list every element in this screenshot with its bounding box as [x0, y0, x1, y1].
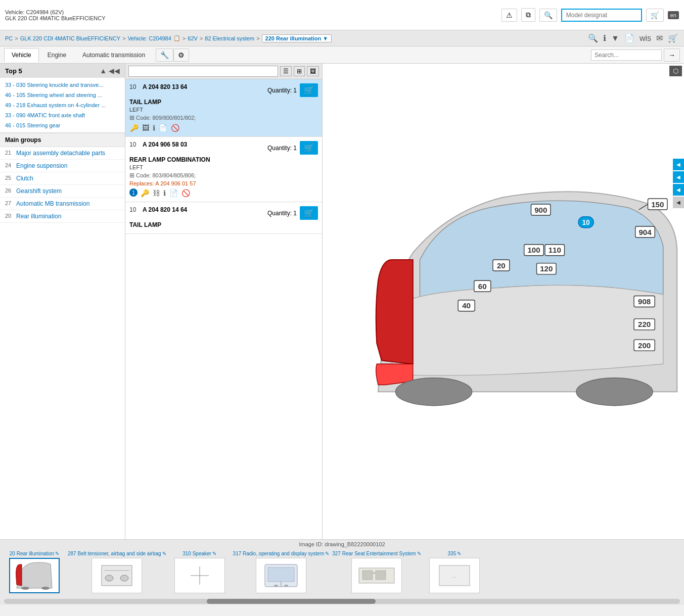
vehicle-id: Vehicle: C204984 (62V) — [5, 9, 105, 15]
tab-transmission[interactable]: Automatic transmission — [75, 48, 153, 62]
part-card-2[interactable]: 10 A 204 820 14 64 Quantity: 1 🛒 TAIL LA… — [125, 202, 322, 234]
label-200: 200 — [638, 341, 651, 350]
tab-search-button[interactable]: → — [664, 49, 680, 62]
group-item-24[interactable]: 24 Engine suspension — [0, 160, 125, 172]
breadcrumb-pc[interactable]: PC — [5, 35, 13, 41]
part-info-icon-1[interactable]: ℹ — [163, 188, 166, 198]
diagram-side-btn-3[interactable]: ◀ — [673, 184, 684, 196]
part-cart-btn-2[interactable]: 🛒 — [300, 206, 318, 220]
copy-button[interactable]: ⧉ — [521, 8, 535, 22]
strip-item-0[interactable]: 20 Rear illumination ✎ — [4, 551, 65, 596]
top5-label: Top 5 — [5, 67, 22, 75]
svg-rect-13 — [268, 567, 294, 582]
part-chain-icon-1[interactable]: ⛓ — [152, 188, 160, 198]
strip-edit-icon-0: ✎ — [55, 551, 59, 556]
breadcrumb-model[interactable]: GLK 220 CDI 4MATIC BlueEFFICIENCY — [20, 35, 120, 41]
part-info-icon-0[interactable]: ℹ — [152, 123, 156, 132]
part-no-icon-0: 🚫 — [170, 123, 180, 132]
part-cart-btn-0[interactable]: 🛒 — [300, 83, 318, 97]
search-icon-button[interactable]: 🔍 — [539, 9, 557, 22]
alert-button[interactable]: ⚠ — [501, 9, 517, 22]
breadcrumb-62v[interactable]: 62V — [188, 35, 198, 41]
svg-rect-4 — [102, 565, 132, 586]
top5-item-0[interactable]: 33 - 030 Steering knuckle and transve... — [0, 80, 125, 90]
strip-thumb-1 — [92, 558, 142, 593]
top5-item-2[interactable]: 49 - 218 Exhaust system on 4-cylinder ..… — [0, 100, 125, 110]
top5-expand-btn[interactable]: ◀◀ — [109, 67, 120, 75]
strip-thumb-4 — [351, 558, 402, 593]
model-search-input[interactable] — [561, 9, 642, 22]
strip-item-2[interactable]: 310 Speaker ✎ — [169, 551, 230, 596]
part-card-0[interactable]: 10 A 204 820 13 64 Quantity: 1 🛒 TAIL LA… — [125, 79, 322, 137]
top5-item-3[interactable]: 33 - 090 4MATIC front axle shaft — [0, 110, 125, 120]
diagram-side-btn-2[interactable]: ◀ — [673, 171, 684, 183]
breadcrumb-vehicle[interactable]: Vehicle: C204984 — [128, 35, 171, 41]
diagram-expand-btn[interactable]: ⬡ — [669, 66, 682, 76]
part-qty-right-0: Quantity: 1 🛒 — [267, 83, 318, 97]
top5-item-4[interactable]: 46 - 015 Steering gear — [0, 120, 125, 130]
part-card-1[interactable]: 10 A 204 906 58 03 Quantity: 1 🛒 REAR LA… — [125, 137, 322, 202]
parts-search-input[interactable] — [128, 66, 278, 77]
tab-search-input[interactable] — [591, 50, 662, 61]
label-900: 900 — [534, 206, 547, 214]
breadcrumb-zoom-btn[interactable]: 🔍 — [587, 32, 599, 44]
strip-scrollbar[interactable] — [4, 599, 680, 604]
breadcrumb-info-btn[interactable]: ℹ — [602, 32, 607, 44]
cart-button[interactable]: 🛒 — [646, 9, 664, 22]
part-code-text-1: Code: 803/804/805/806; — [136, 172, 196, 178]
tab-settings-btn[interactable]: ⚙ — [173, 49, 189, 62]
part-name-0: TAIL LAMP — [129, 99, 318, 106]
part-replaces-1: Replaces: A 204 906 01 57 — [129, 180, 318, 186]
strip-item-1[interactable]: 287 Belt tensioner, airbag and side airb… — [68, 551, 166, 596]
tab-tools-btn[interactable]: 🔧 — [156, 49, 173, 62]
group-item-20[interactable]: 20 Rear illumination — [0, 210, 125, 223]
part-actions-1: 1 🔑 ⛓ ℹ 📄 🚫 — [129, 188, 318, 198]
top5-list: 33 - 030 Steering knuckle and transve...… — [0, 78, 125, 133]
part-doc-icon-0[interactable]: 📄 — [158, 123, 168, 132]
group-num-27: 27 — [5, 200, 16, 206]
breadcrumb-vehicle-icon: 📋 — [173, 35, 180, 41]
diagram-side-btn-1[interactable]: ◀ — [673, 159, 684, 170]
breadcrumb-current[interactable]: 220 Rear illumination ▼ — [262, 34, 332, 42]
breadcrumb-electrical[interactable]: 82 Electrical system — [205, 35, 254, 41]
strip-item-3[interactable]: 317 Radio, operating and display system … — [233, 551, 330, 596]
part-doc-icon-1[interactable]: 📄 — [169, 188, 178, 198]
breadcrumb-filter-btn[interactable]: ▼ — [610, 32, 620, 44]
part-cart-btn-1[interactable]: 🛒 — [300, 141, 318, 155]
top5-collapse-btn[interactable]: ▲ — [100, 67, 107, 75]
main-layout: Top 5 ▲ ◀◀ 33 - 030 Steering knuckle and… — [0, 64, 684, 539]
part-qty-right-1: Quantity: 1 🛒 — [267, 141, 318, 155]
group-item-27[interactable]: 27 Automatic MB transmission — [0, 198, 125, 210]
top5-item-1[interactable]: 46 - 105 Steering wheel and steering ... — [0, 90, 125, 100]
parts-scroll: 10 A 204 820 13 64 Quantity: 1 🛒 TAIL LA… — [125, 79, 322, 539]
part-key-icon-0[interactable]: 🔑 — [129, 123, 139, 132]
tab-engine[interactable]: Engine — [40, 48, 74, 62]
qty-badge-1: 1 — [129, 188, 138, 197]
strip-edit-icon-3: ✎ — [325, 551, 329, 556]
lang-badge: en — [668, 11, 679, 19]
group-item-21[interactable]: 21 Major assembly detachable parts — [0, 147, 125, 160]
parts-img-view-btn[interactable]: 🖼 — [307, 66, 319, 76]
breadcrumb-mail-btn[interactable]: ✉ — [655, 32, 664, 44]
breadcrumb-wis-btn[interactable]: wis — [639, 32, 652, 44]
part-code-1: ⊞ Code: 803/804/805/806; — [129, 172, 318, 179]
group-item-25[interactable]: 25 Clutch — [0, 172, 125, 185]
group-item-26[interactable]: 26 Gearshift system — [0, 185, 125, 198]
part-key-icon-1[interactable]: 🔑 — [140, 188, 150, 198]
part-number-1: A 204 906 58 03 — [143, 141, 264, 148]
tab-vehicle[interactable]: Vehicle — [4, 48, 39, 62]
parts-grid-view-btn[interactable]: ⊞ — [294, 66, 305, 76]
strip-item-5[interactable]: 335 ✎ ... — [424, 551, 485, 596]
breadcrumb-cart-btn[interactable]: 🛒 — [667, 32, 679, 44]
group-num-24: 24 — [5, 162, 16, 168]
label-120: 120 — [540, 264, 553, 273]
strip-item-4[interactable]: 327 Rear Seat Entertainment System ✎ — [332, 551, 421, 596]
breadcrumb-doc-btn[interactable]: 📄 — [623, 32, 635, 44]
part-qty-1: 10 — [129, 141, 140, 148]
diagram-side-btn-4[interactable]: ◀ — [673, 197, 684, 208]
group-label-27: Automatic MB transmission — [16, 200, 89, 207]
part-qty-label-1: Quantity: 1 — [267, 145, 297, 152]
part-img-icon-0[interactable]: 🖼 — [142, 123, 150, 132]
part-qty-right-2: Quantity: 1 🛒 — [267, 206, 318, 220]
parts-list-view-btn[interactable]: ☰ — [280, 66, 292, 76]
